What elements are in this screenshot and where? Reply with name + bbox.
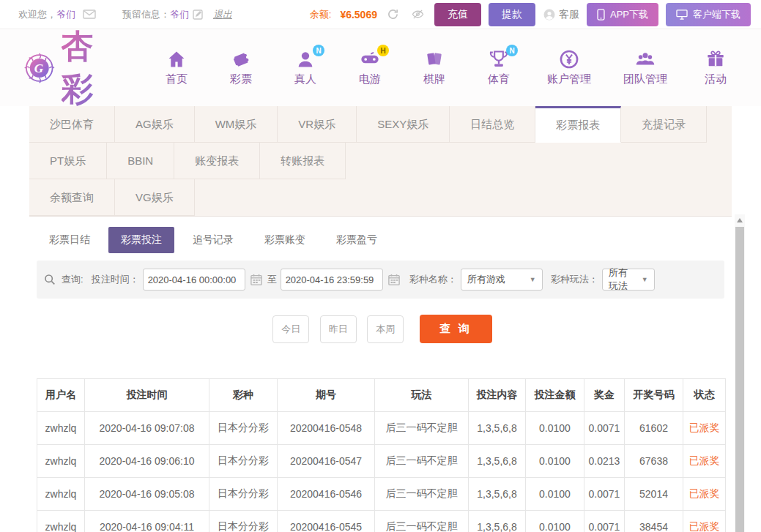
cell-play-type: 后三一码不定胆: [375, 412, 469, 445]
refresh-icon[interactable]: [387, 8, 399, 20]
search-button[interactable]: 查 询: [420, 315, 492, 343]
report-tab[interactable]: PT娱乐: [29, 143, 107, 179]
deposit-button[interactable]: 充值: [434, 3, 481, 26]
username: 爷们: [56, 8, 75, 21]
headset-icon: [543, 8, 556, 21]
edit-icon[interactable]: [193, 10, 203, 20]
phone-icon: [597, 9, 605, 20]
report-tab[interactable]: SEXY娱乐: [357, 106, 450, 143]
chevron-down-icon: ▼: [530, 276, 536, 283]
reserved-value: 爷们: [170, 8, 189, 21]
bet-time-to-input[interactable]: [281, 269, 383, 291]
cell-bet-time: 2020-04-16 09:04:11: [85, 511, 209, 532]
report-tab[interactable]: VG娱乐: [115, 179, 195, 216]
nav-item-label: 棋牌: [423, 72, 445, 86]
cell-bet-time: 2020-04-16 09:07:08: [85, 412, 209, 445]
report-tab[interactable]: 转账报表: [260, 143, 346, 179]
cell-prize: 0.0071: [584, 478, 625, 511]
top-bar: 欢迎您， 爷们 预留信息： 爷们 退出 余额: ¥6.5069 充值 提款 客服…: [0, 0, 761, 29]
nav-badge: N: [506, 45, 518, 56]
nav-item[interactable]: 团队管理: [623, 49, 667, 86]
cell-lottery: 日本分分彩: [209, 511, 278, 532]
vertical-scrollbar[interactable]: [735, 214, 745, 532]
report-tab[interactable]: 彩票报表: [535, 106, 621, 143]
lottery-subtab[interactable]: 彩票账变: [252, 227, 318, 253]
coin-icon: [559, 49, 579, 70]
cell-draw-numbers: 61602: [625, 412, 683, 445]
cell-draw-numbers: 52014: [625, 478, 683, 511]
logout-link[interactable]: 退出: [213, 8, 232, 21]
cell-username: zwhzlq: [37, 445, 85, 478]
cell-prize: 0.0071: [584, 412, 625, 445]
cell-bet-time: 2020-04-16 09:06:10: [85, 445, 209, 478]
cell-lottery: 日本分分彩: [209, 478, 278, 511]
lottery-subtab[interactable]: 彩票盈亏: [324, 227, 390, 253]
cell-prize: 0.0071: [584, 511, 625, 532]
calendar-icon[interactable]: [388, 274, 400, 285]
logo-emblem-icon: G: [22, 45, 57, 91]
column-header: 投注金额: [526, 379, 584, 412]
column-header: 期号: [278, 379, 375, 412]
today-button[interactable]: 今日: [272, 315, 309, 343]
nav-item-label: 真人: [294, 72, 316, 86]
eye-off-icon[interactable]: [411, 8, 425, 20]
lottery-subtab[interactable]: 彩票日结: [37, 227, 103, 253]
report-tab[interactable]: AG娱乐: [115, 106, 195, 143]
client-download-label: 客户端下载: [693, 8, 740, 21]
nav-badge: N: [313, 45, 324, 56]
client-download-button[interactable]: 客户端下载: [666, 3, 751, 26]
nav-item-label: 彩票: [230, 72, 252, 86]
game-select[interactable]: 所有游戏 ▼: [461, 269, 543, 291]
bet-records-table: 用户名投注时间彩种期号玩法投注内容投注金额奖金开奖号码状态 zwhzlq 202…: [37, 378, 726, 532]
site-logo[interactable]: G 杏彩: [22, 25, 113, 111]
report-tab[interactable]: 余额查询: [29, 179, 115, 216]
report-tab[interactable]: 充提记录: [621, 106, 707, 143]
scroll-up-arrow-icon[interactable]: [735, 214, 745, 226]
team-icon: [635, 49, 656, 70]
column-header: 状态: [683, 379, 726, 412]
reserved-label: 预留信息：: [122, 8, 170, 21]
this-week-button[interactable]: 本周: [367, 315, 404, 343]
search-icon: [44, 274, 56, 285]
calendar-icon[interactable]: [250, 274, 262, 285]
report-tab[interactable]: BBIN: [107, 143, 174, 179]
report-tab[interactable]: 沙巴体育: [29, 106, 115, 143]
cell-draw-numbers: 38454: [625, 511, 683, 532]
cell-username: zwhzlq: [37, 511, 85, 532]
nav-item[interactable]: 首页: [160, 49, 193, 86]
table-row: zwhzlq 2020-04-16 09:04:11 日本分分彩 2020041…: [37, 511, 726, 532]
yesterday-button[interactable]: 昨日: [320, 315, 357, 343]
column-header: 用户名: [37, 379, 85, 412]
nav-item[interactable]: 棋牌: [418, 49, 450, 86]
bet-time-from-input[interactable]: [143, 269, 245, 291]
column-header: 彩种: [209, 379, 278, 412]
report-tab[interactable]: VR娱乐: [278, 106, 357, 143]
report-tab[interactable]: 日结总览: [450, 106, 535, 143]
lottery-subtab[interactable]: 彩票投注: [108, 227, 174, 253]
report-tab[interactable]: 账变报表: [174, 143, 260, 179]
cell-bet-amount: 0.0100: [526, 412, 584, 445]
mail-icon[interactable]: [83, 10, 96, 19]
report-tab[interactable]: WM娱乐: [195, 106, 278, 143]
site-header: G 杏彩 首页 彩票 N 真人 H: [0, 29, 761, 106]
cell-play-type: 后三一码不定胆: [375, 478, 469, 511]
query-label: 查询:: [62, 273, 83, 286]
play-select[interactable]: 所有玩法 ▼: [602, 269, 655, 291]
lottery-subtab[interactable]: 追号记录: [180, 227, 246, 253]
nav-item[interactable]: 彩票: [225, 49, 257, 86]
app-download-button[interactable]: APP下载: [587, 3, 658, 26]
column-header: 开奖号码: [625, 379, 683, 412]
nav-item[interactable]: 活动: [699, 49, 732, 86]
tabs-row-1: 沙巴体育AG娱乐WM娱乐VR娱乐SEXY娱乐日结总览彩票报表充提记录PT娱乐BB…: [29, 106, 732, 179]
nav-item[interactable]: 账户管理: [547, 49, 591, 86]
nav-item[interactable]: H 电游: [354, 49, 386, 86]
balance-label: 余额:: [310, 8, 332, 21]
table-row: zwhzlq 2020-04-16 09:05:08 日本分分彩 2020041…: [37, 478, 726, 511]
bet-time-label: 投注时间：: [92, 273, 139, 286]
nav-item[interactable]: N 体育: [483, 49, 515, 86]
customer-service-link[interactable]: 客服: [543, 8, 579, 21]
withdraw-button[interactable]: 提款: [489, 3, 535, 26]
scrollbar-thumb[interactable]: [735, 227, 744, 532]
chevron-down-icon: ▼: [642, 276, 648, 283]
nav-item[interactable]: N 真人: [289, 49, 322, 86]
